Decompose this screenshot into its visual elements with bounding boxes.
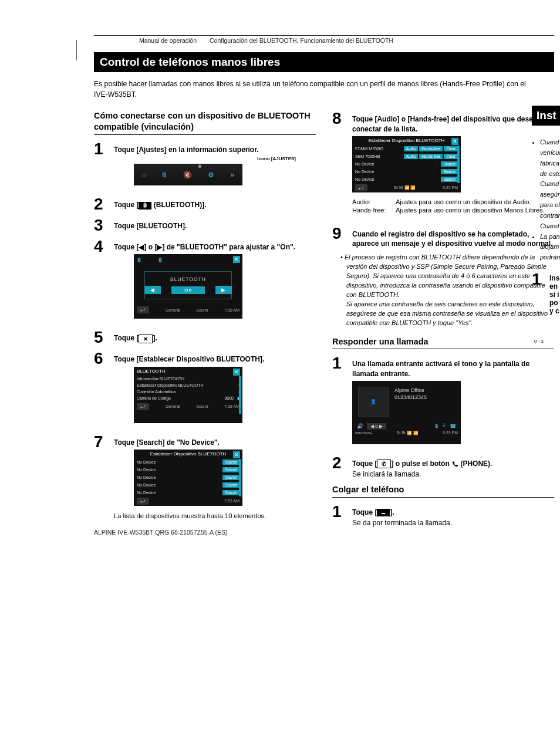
step-1: 1 Toque [Ajustes] en la información supe… xyxy=(94,141,316,191)
close-icon: ✕ xyxy=(233,451,240,458)
footer-time: 7:52 AM xyxy=(224,499,239,503)
step-1-text: Toque [Ajustes] en la información superi… xyxy=(114,145,316,154)
step-4-text: Toque [◀] o [▶] de "BLUETOOTH" para ajus… xyxy=(114,242,316,252)
figure-search: Establecer Dispositivo BLUETOOTH ✕ No De… xyxy=(134,450,242,506)
menu-row: Establecer Dispositivo BLUETOOTH xyxy=(137,383,238,387)
step-number: 5 xyxy=(94,329,114,346)
handsfree-button: Hands-free xyxy=(419,154,443,159)
footer-sound: Sound xyxy=(196,308,208,312)
step-number: 8 xyxy=(332,110,352,127)
step-2-text-b: (BLUETOOTH)]. xyxy=(151,201,206,209)
hang-1-a: Toque [ xyxy=(352,508,377,516)
step-3-text: Toque [BLUETOOTH]. xyxy=(114,222,187,230)
device-row: No Device xyxy=(137,468,221,472)
search-button: Search xyxy=(222,482,239,488)
cut-step-line: po xyxy=(549,299,559,307)
intro-paragraph: Es posible hacer llamadas con manos libr… xyxy=(94,79,537,100)
bt-tab-icon: ฿ xyxy=(158,256,162,263)
search-button: Search xyxy=(441,161,458,167)
answer-2-c: (PHONE). xyxy=(458,459,492,468)
device-name: FOMM M702iG xyxy=(355,147,403,151)
avatar-icon: 👤 xyxy=(358,387,389,417)
step-number: 3 xyxy=(94,217,114,234)
step-8-text: Toque [Audio] o [Hands-free] del disposi… xyxy=(352,114,554,133)
left-arrow-button: ◀ xyxy=(144,286,161,294)
back-icon: ⮐ xyxy=(355,184,367,191)
figure-toolbar: ⌂ ฿ 🔇 ⚙ » xyxy=(134,164,242,185)
cut-step-number: 1 xyxy=(532,270,549,315)
keypad-icon: ⠿ xyxy=(442,423,446,429)
cut-line: La pan xyxy=(540,232,560,241)
step-number: 6 xyxy=(94,350,114,367)
search-title: Establecer Dispositivo BLUETOOTH xyxy=(134,450,242,458)
hangup-icon: ☎ xyxy=(450,423,456,429)
cut-scale: 0 - 3 xyxy=(534,339,560,344)
menu-row: Conexión Automática xyxy=(137,390,238,394)
answer-2-sub: Se iniciará la llamada. xyxy=(352,469,554,479)
close-icon: ✕ xyxy=(451,138,458,145)
cut-line: vehícul xyxy=(540,148,560,157)
step-number: 1 xyxy=(94,141,114,157)
step-7-note: La lista de dispositivos muestra hasta 1… xyxy=(114,512,316,521)
search-button: Search xyxy=(222,467,239,472)
device-row: No Device xyxy=(137,491,221,495)
next-page-sliver: Inst Cuand vehícul fábrica de esto Cuand… xyxy=(532,106,560,344)
step-2-text-a: Toque [ xyxy=(114,201,139,209)
clear-button: Clear xyxy=(444,154,458,159)
device-row: No Device xyxy=(137,475,221,479)
footer-sound: Sound xyxy=(196,404,208,408)
step-number: 1 xyxy=(332,355,352,371)
menu-title: BLUETOOTH xyxy=(134,367,242,376)
code: 0000 xyxy=(224,396,234,400)
step-number: 9 xyxy=(332,225,352,242)
search-button: Search xyxy=(222,475,239,480)
cut-step-line: Ins xyxy=(549,274,559,282)
next-banner: Inst xyxy=(532,106,560,126)
step-8: 8 Toque [Audio] o [Hands-free] del dispo… xyxy=(332,110,554,220)
footer-time: 7:38 AM xyxy=(224,308,239,312)
step-7: 7 Toque [Search] de "No Device". Estable… xyxy=(94,434,316,528)
search-button: Search xyxy=(441,177,458,182)
hangup-step-1: 1 Toque []. Se da por terminada la llama… xyxy=(332,504,554,528)
cut-line: fábrica xyxy=(540,159,560,168)
registration-note: • El proceso de registro con BLUETOOTH d… xyxy=(340,253,554,328)
back-icon: ⮐ xyxy=(137,306,149,313)
footer-general: General xyxy=(166,308,180,312)
right-column: 8 Toque [Audio] o [Hands-free] del dispo… xyxy=(332,110,554,532)
back-icon: ⮐ xyxy=(137,498,149,505)
header-right: Configuración del BLUETOOTH, Funcionamie… xyxy=(210,37,554,44)
footer-time: 8:25 PM xyxy=(443,431,458,435)
margin-rule xyxy=(76,40,165,60)
cut-line: Cuand xyxy=(540,138,560,147)
page-footer: ALPINE IVE-W535BT QRG 68-21057Z55-A (ES) xyxy=(94,529,227,536)
step-number: 7 xyxy=(94,434,114,450)
step-2: 2 Toque [฿ (BLUETOOTH)]. xyxy=(94,196,316,212)
footer-time: 8:25 PM xyxy=(443,185,458,190)
menu-row: Información BLUETOOTH xyxy=(137,377,239,381)
phone-pickup-icon: ✆ xyxy=(377,459,391,468)
step-number: 2 xyxy=(332,455,352,471)
hang-1-sub: Se da por terminada la llamada. xyxy=(352,518,554,528)
search-button: Search xyxy=(222,459,239,465)
answer-heading: Responder una llamada xyxy=(332,336,554,350)
step-number: 4 xyxy=(94,238,114,255)
footer-general: General xyxy=(166,404,180,408)
phone-hangup-icon xyxy=(377,509,390,516)
home-icon: ⌂ xyxy=(142,171,146,179)
audio-button: Audio xyxy=(404,146,419,151)
close-icon: ✕ xyxy=(233,256,240,263)
left-column: Cómo conectarse con un dispositivo de BL… xyxy=(94,110,316,532)
step-3: 3 Toque [BLUETOOTH]. xyxy=(94,217,316,234)
step-9-text: Cuando el registro del dispositivo se ha… xyxy=(352,229,554,248)
desc-key-hf: Hands-free: xyxy=(352,207,396,214)
device-row: No Device xyxy=(355,170,440,174)
bt-tab-icon: ฿ xyxy=(137,256,141,263)
step-number: 2 xyxy=(94,196,114,212)
cut-line: Cuand xyxy=(540,180,560,188)
device-name: SBM 7035HB xyxy=(355,154,403,158)
back-icon: ⮐ xyxy=(137,403,149,410)
device-row: No Device xyxy=(355,177,440,181)
footer-time: 7:38 AM xyxy=(224,404,239,408)
step-4: 4 Toque [◀] o [▶] de "BLUETOOTH" para aj… xyxy=(94,238,316,325)
menu-row: Cambio de Código xyxy=(137,396,224,400)
